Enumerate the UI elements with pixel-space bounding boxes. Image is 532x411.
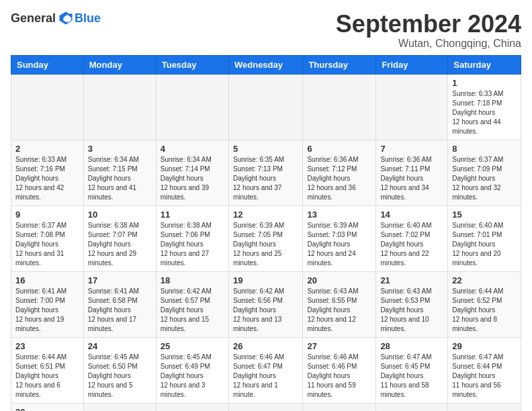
calendar-cell: 30Sunrise: 6:48 AMSunset: 6:43 PMDayligh… bbox=[11, 403, 84, 411]
day-number: 13 bbox=[307, 210, 371, 220]
week-row-6: 30Sunrise: 6:48 AMSunset: 6:43 PMDayligh… bbox=[11, 403, 521, 411]
logo-blue-text: Blue bbox=[75, 11, 101, 26]
day-info: Sunrise: 6:41 AMSunset: 6:58 PMDaylight … bbox=[88, 287, 152, 334]
day-number: 15 bbox=[452, 210, 517, 220]
day-info: Sunrise: 6:34 AMSunset: 7:14 PMDaylight … bbox=[161, 155, 224, 202]
day-number: 10 bbox=[88, 210, 152, 220]
calendar-cell bbox=[376, 403, 448, 411]
col-header-sunday: Sunday bbox=[11, 55, 84, 74]
calendar-cell: 1Sunrise: 6:33 AMSunset: 7:18 PMDaylight… bbox=[448, 74, 521, 140]
title-area: September 2024 Wutan, Chongqing, China bbox=[336, 11, 521, 50]
calendar-cell: 2Sunrise: 6:33 AMSunset: 7:16 PMDaylight… bbox=[11, 140, 84, 205]
calendar-cell bbox=[11, 74, 84, 140]
day-info: Sunrise: 6:44 AMSunset: 6:51 PMDaylight … bbox=[15, 353, 79, 400]
day-number: 25 bbox=[161, 341, 224, 351]
day-info: Sunrise: 6:38 AMSunset: 7:06 PMDaylight … bbox=[161, 221, 224, 268]
calendar-header-row: SundayMondayTuesdayWednesdayThursdayFrid… bbox=[11, 55, 521, 74]
day-info: Sunrise: 6:41 AMSunset: 7:00 PMDaylight … bbox=[15, 287, 79, 334]
calendar-cell: 13Sunrise: 6:39 AMSunset: 7:03 PMDayligh… bbox=[303, 205, 376, 271]
day-number: 20 bbox=[307, 275, 371, 285]
calendar-cell: 14Sunrise: 6:40 AMSunset: 7:02 PMDayligh… bbox=[376, 205, 448, 271]
calendar-cell: 11Sunrise: 6:38 AMSunset: 7:06 PMDayligh… bbox=[156, 205, 228, 271]
day-number: 28 bbox=[380, 341, 443, 351]
day-info: Sunrise: 6:46 AMSunset: 6:46 PMDaylight … bbox=[307, 353, 371, 400]
calendar-cell: 21Sunrise: 6:43 AMSunset: 6:53 PMDayligh… bbox=[376, 271, 448, 337]
month-title: September 2024 bbox=[336, 11, 521, 38]
day-info: Sunrise: 6:44 AMSunset: 6:52 PMDaylight … bbox=[452, 287, 517, 334]
calendar-cell bbox=[228, 403, 302, 411]
day-info: Sunrise: 6:39 AMSunset: 7:03 PMDaylight … bbox=[307, 221, 371, 268]
day-number: 2 bbox=[15, 144, 79, 154]
day-info: Sunrise: 6:38 AMSunset: 7:07 PMDaylight … bbox=[88, 221, 152, 268]
day-number: 24 bbox=[88, 341, 152, 351]
calendar-cell bbox=[156, 74, 228, 140]
calendar-cell: 24Sunrise: 6:45 AMSunset: 6:50 PMDayligh… bbox=[83, 337, 156, 403]
day-number: 11 bbox=[161, 210, 224, 220]
logo: General Blue bbox=[11, 11, 101, 26]
calendar-cell bbox=[228, 74, 302, 140]
calendar-cell bbox=[303, 74, 376, 140]
col-header-friday: Friday bbox=[376, 55, 448, 74]
day-number: 27 bbox=[307, 341, 371, 351]
day-info: Sunrise: 6:37 AMSunset: 7:08 PMDaylight … bbox=[15, 221, 79, 268]
col-header-monday: Monday bbox=[83, 55, 156, 74]
day-info: Sunrise: 6:43 AMSunset: 6:55 PMDaylight … bbox=[307, 287, 371, 334]
calendar-cell: 22Sunrise: 6:44 AMSunset: 6:52 PMDayligh… bbox=[448, 271, 521, 337]
day-info: Sunrise: 6:40 AMSunset: 7:01 PMDaylight … bbox=[452, 221, 517, 268]
day-info: Sunrise: 6:45 AMSunset: 6:49 PMDaylight … bbox=[161, 353, 224, 400]
calendar-cell: 25Sunrise: 6:45 AMSunset: 6:49 PMDayligh… bbox=[156, 337, 228, 403]
logo-icon bbox=[58, 11, 73, 26]
day-number: 5 bbox=[233, 144, 298, 154]
calendar-cell: 29Sunrise: 6:47 AMSunset: 6:44 PMDayligh… bbox=[448, 337, 521, 403]
day-number: 30 bbox=[15, 407, 79, 411]
col-header-saturday: Saturday bbox=[448, 55, 521, 74]
calendar-cell bbox=[83, 74, 156, 140]
day-info: Sunrise: 6:40 AMSunset: 7:02 PMDaylight … bbox=[380, 221, 443, 268]
calendar-cell bbox=[156, 403, 228, 411]
calendar-cell: 19Sunrise: 6:42 AMSunset: 6:56 PMDayligh… bbox=[228, 271, 302, 337]
day-info: Sunrise: 6:39 AMSunset: 7:05 PMDaylight … bbox=[233, 221, 298, 268]
day-number: 4 bbox=[161, 144, 224, 154]
calendar-cell: 16Sunrise: 6:41 AMSunset: 7:00 PMDayligh… bbox=[11, 271, 84, 337]
calendar-cell: 17Sunrise: 6:41 AMSunset: 6:58 PMDayligh… bbox=[83, 271, 156, 337]
day-number: 7 bbox=[380, 144, 443, 154]
day-info: Sunrise: 6:47 AMSunset: 6:44 PMDaylight … bbox=[452, 353, 517, 400]
day-number: 6 bbox=[307, 144, 371, 154]
week-row-5: 23Sunrise: 6:44 AMSunset: 6:51 PMDayligh… bbox=[11, 337, 521, 403]
day-info: Sunrise: 6:43 AMSunset: 6:53 PMDaylight … bbox=[380, 287, 443, 334]
col-header-tuesday: Tuesday bbox=[156, 55, 228, 74]
col-header-wednesday: Wednesday bbox=[228, 55, 302, 74]
logo-general-text: General bbox=[11, 11, 56, 26]
day-info: Sunrise: 6:45 AMSunset: 6:50 PMDaylight … bbox=[88, 353, 152, 400]
day-number: 12 bbox=[233, 210, 298, 220]
day-number: 14 bbox=[380, 210, 443, 220]
calendar-cell: 5Sunrise: 6:35 AMSunset: 7:13 PMDaylight… bbox=[228, 140, 302, 205]
day-number: 18 bbox=[161, 275, 224, 285]
calendar-cell: 18Sunrise: 6:42 AMSunset: 6:57 PMDayligh… bbox=[156, 271, 228, 337]
calendar-cell: 6Sunrise: 6:36 AMSunset: 7:12 PMDaylight… bbox=[303, 140, 376, 205]
day-info: Sunrise: 6:42 AMSunset: 6:57 PMDaylight … bbox=[161, 287, 224, 334]
calendar-cell: 9Sunrise: 6:37 AMSunset: 7:08 PMDaylight… bbox=[11, 205, 84, 271]
calendar-cell: 23Sunrise: 6:44 AMSunset: 6:51 PMDayligh… bbox=[11, 337, 84, 403]
day-number: 9 bbox=[15, 210, 79, 220]
week-row-1: 1Sunrise: 6:33 AMSunset: 7:18 PMDaylight… bbox=[11, 74, 521, 140]
day-number: 3 bbox=[88, 144, 152, 154]
day-number: 1 bbox=[452, 78, 517, 88]
day-number: 17 bbox=[88, 275, 152, 285]
day-info: Sunrise: 6:34 AMSunset: 7:15 PMDaylight … bbox=[88, 155, 152, 202]
day-info: Sunrise: 6:33 AMSunset: 7:16 PMDaylight … bbox=[15, 155, 79, 202]
week-row-4: 16Sunrise: 6:41 AMSunset: 7:00 PMDayligh… bbox=[11, 271, 521, 337]
calendar-cell: 27Sunrise: 6:46 AMSunset: 6:46 PMDayligh… bbox=[303, 337, 376, 403]
calendar-cell: 26Sunrise: 6:46 AMSunset: 6:47 PMDayligh… bbox=[228, 337, 302, 403]
day-info: Sunrise: 6:33 AMSunset: 7:18 PMDaylight … bbox=[452, 89, 517, 136]
day-info: Sunrise: 6:36 AMSunset: 7:11 PMDaylight … bbox=[380, 155, 443, 202]
week-row-3: 9Sunrise: 6:37 AMSunset: 7:08 PMDaylight… bbox=[11, 205, 521, 271]
calendar-cell bbox=[83, 403, 156, 411]
day-info: Sunrise: 6:36 AMSunset: 7:12 PMDaylight … bbox=[307, 155, 371, 202]
calendar-cell: 10Sunrise: 6:38 AMSunset: 7:07 PMDayligh… bbox=[83, 205, 156, 271]
page-header: General Blue September 2024 Wutan, Chong… bbox=[11, 11, 521, 50]
day-number: 8 bbox=[452, 144, 517, 154]
day-info: Sunrise: 6:46 AMSunset: 6:47 PMDaylight … bbox=[233, 353, 298, 400]
day-number: 21 bbox=[380, 275, 443, 285]
day-number: 26 bbox=[233, 341, 298, 351]
